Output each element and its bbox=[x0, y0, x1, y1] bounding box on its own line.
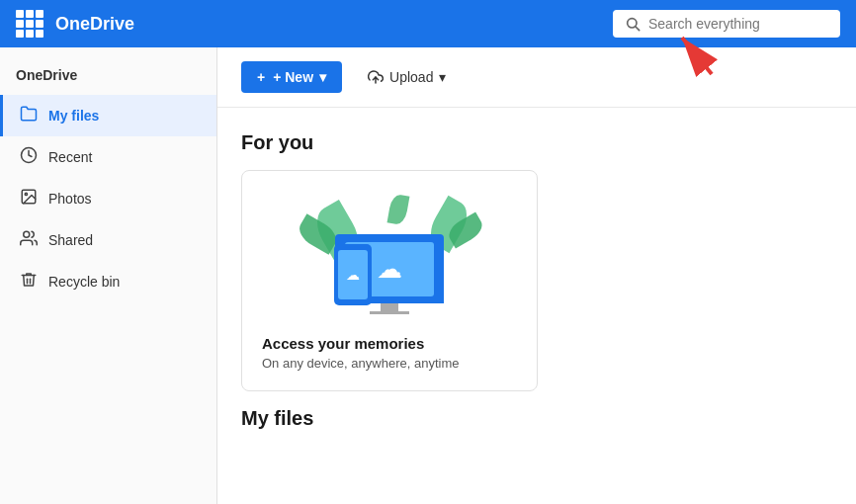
sidebar-label-shared: Shared bbox=[48, 232, 93, 248]
svg-line-1 bbox=[636, 27, 640, 31]
sidebar-label-recycle-bin: Recycle bin bbox=[48, 274, 120, 290]
upload-icon bbox=[368, 69, 384, 85]
sidebar: OneDrive My files Recent bbox=[0, 47, 217, 504]
sidebar-label-recent: Recent bbox=[48, 149, 92, 165]
sidebar-item-recycle-bin[interactable]: Recycle bin bbox=[0, 261, 216, 302]
for-you-title: For you bbox=[241, 131, 832, 154]
card-title: Access your memories bbox=[262, 335, 424, 352]
sidebar-label-my-files: My files bbox=[48, 108, 99, 124]
folder-icon bbox=[19, 105, 39, 126]
sidebar-brand: OneDrive bbox=[0, 63, 216, 95]
search-box[interactable] bbox=[613, 10, 840, 38]
leaf-5 bbox=[387, 194, 410, 226]
my-files-section-title: My files bbox=[217, 407, 856, 442]
cloud-icon-monitor: ☁ bbox=[377, 254, 402, 285]
search-icon bbox=[625, 16, 641, 32]
svg-point-4 bbox=[25, 193, 27, 195]
for-you-section: For you ☁ bbox=[217, 108, 856, 407]
upload-label: Upload bbox=[389, 69, 433, 85]
recent-icon bbox=[19, 146, 39, 168]
recycle-bin-icon bbox=[19, 271, 39, 293]
plus-icon: + bbox=[257, 69, 265, 85]
search-input[interactable] bbox=[648, 16, 828, 32]
sidebar-item-photos[interactable]: Photos bbox=[0, 178, 216, 219]
upload-button[interactable]: Upload ▾ bbox=[354, 61, 460, 93]
shared-icon bbox=[19, 229, 39, 251]
app-title: OneDrive bbox=[55, 14, 613, 35]
card-illustration: ☁ ☁ bbox=[291, 195, 488, 323]
new-dropdown-icon: ▾ bbox=[319, 69, 326, 85]
toolbar: + + New ▾ Upload ▾ bbox=[217, 47, 856, 108]
sidebar-item-my-files[interactable]: My files bbox=[0, 95, 216, 136]
memories-card[interactable]: ☁ ☁ Access your memories bbox=[241, 170, 538, 391]
upload-dropdown-icon: ▾ bbox=[439, 69, 446, 85]
main-layout: OneDrive My files Recent bbox=[0, 47, 856, 504]
svg-point-5 bbox=[24, 231, 30, 237]
card-subtitle: On any device, anywhere, anytime bbox=[262, 356, 459, 371]
cloud-icon-phone: ☁ bbox=[346, 267, 360, 283]
sidebar-item-shared[interactable]: Shared bbox=[0, 219, 216, 261]
content-area: + + New ▾ Upload ▾ For you bbox=[217, 47, 856, 504]
photos-icon bbox=[19, 188, 39, 210]
sidebar-item-recent[interactable]: Recent bbox=[0, 136, 216, 178]
app-grid-icon[interactable] bbox=[16, 10, 43, 38]
topbar: OneDrive bbox=[0, 0, 856, 47]
new-label: + New bbox=[273, 69, 313, 85]
phone: ☁ bbox=[334, 244, 372, 305]
sidebar-label-photos: Photos bbox=[48, 191, 92, 207]
new-button[interactable]: + + New ▾ bbox=[241, 61, 342, 93]
